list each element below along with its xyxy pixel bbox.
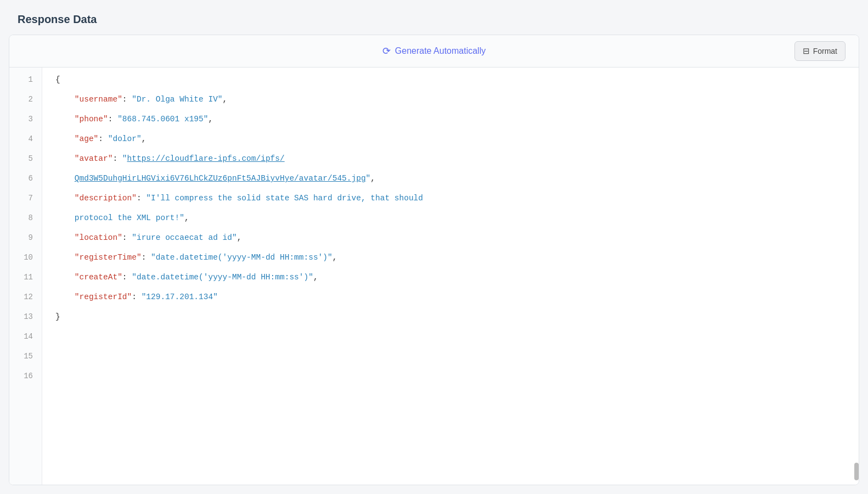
scrollbar-container bbox=[851, 68, 859, 485]
code-line-11: } bbox=[55, 307, 851, 327]
code-line-15 bbox=[55, 386, 851, 406]
generate-automatically-button[interactable]: ⟳ Generate Automatically bbox=[382, 45, 486, 57]
line-num-7: 7 bbox=[9, 188, 42, 208]
code-line-6: "description": "I'll compress the solid … bbox=[55, 188, 851, 208]
page-title: Response Data bbox=[0, 13, 868, 35]
line-num-8: 8 bbox=[9, 208, 42, 228]
line-num-12: 12 bbox=[9, 287, 42, 307]
code-line-16 bbox=[55, 406, 851, 425]
format-icon: ⊟ bbox=[803, 46, 810, 56]
generate-icon: ⟳ bbox=[382, 45, 391, 57]
line-num-10: 10 bbox=[9, 248, 42, 267]
line-num-1: 1 bbox=[9, 70, 42, 89]
code-line-12 bbox=[55, 327, 851, 346]
code-line-3: "phone": "868.745.0601 x195", bbox=[55, 109, 851, 129]
code-line-6b: protocol the XML port!", bbox=[55, 208, 851, 228]
format-label: Format bbox=[813, 47, 837, 55]
line-numbers: 1 2 3 4 5 6 7 8 9 10 11 12 13 14 15 16 bbox=[9, 68, 42, 485]
line-num-3: 3 bbox=[9, 109, 42, 129]
code-line-14 bbox=[55, 366, 851, 386]
code-line-4: "age": "dolor", bbox=[55, 129, 851, 149]
line-num-2: 2 bbox=[9, 89, 42, 109]
line-num-6: 6 bbox=[9, 169, 42, 188]
response-data-card: ⟳ Generate Automatically ⊟ Format 1 2 3 … bbox=[9, 35, 859, 485]
scrollbar-thumb[interactable] bbox=[854, 463, 859, 480]
code-line-5b: Qmd3W5DuhgHirLHGVixi6V76LhCkZUz6pnFt5AJB… bbox=[55, 169, 851, 188]
line-num-16: 16 bbox=[9, 366, 42, 386]
format-button[interactable]: ⊟ Format bbox=[794, 41, 846, 61]
line-num-9: 9 bbox=[9, 228, 42, 248]
code-content[interactable]: { "username": "Dr. Olga White IV", "phon… bbox=[42, 68, 851, 485]
code-line-7: "location": "irure occaecat ad id", bbox=[55, 228, 851, 248]
code-line-1: { bbox=[55, 70, 851, 89]
line-num-13: 13 bbox=[9, 307, 42, 327]
card-header: ⟳ Generate Automatically ⊟ Format bbox=[9, 35, 859, 68]
line-num-14: 14 bbox=[9, 327, 42, 346]
code-line-5: "avatar": "https://cloudflare-ipfs.com/i… bbox=[55, 149, 851, 169]
line-num-5: 5 bbox=[9, 149, 42, 169]
code-line-10: "registerId": "129.17.201.134" bbox=[55, 287, 851, 307]
code-line-13 bbox=[55, 346, 851, 366]
code-line-8: "registerTime": "date.datetime('yyyy-MM-… bbox=[55, 248, 851, 267]
line-num-15: 15 bbox=[9, 346, 42, 366]
code-editor: 1 2 3 4 5 6 7 8 9 10 11 12 13 14 15 16 { bbox=[9, 68, 859, 485]
code-line-2: "username": "Dr. Olga White IV", bbox=[55, 89, 851, 109]
page-container: Response Data ⟳ Generate Automatically ⊟… bbox=[0, 0, 868, 494]
generate-label: Generate Automatically bbox=[395, 46, 486, 56]
line-num-11: 11 bbox=[9, 267, 42, 287]
code-line-9: "createAt": "date.datetime('yyyy-MM-dd H… bbox=[55, 267, 851, 287]
line-num-4: 4 bbox=[9, 129, 42, 149]
